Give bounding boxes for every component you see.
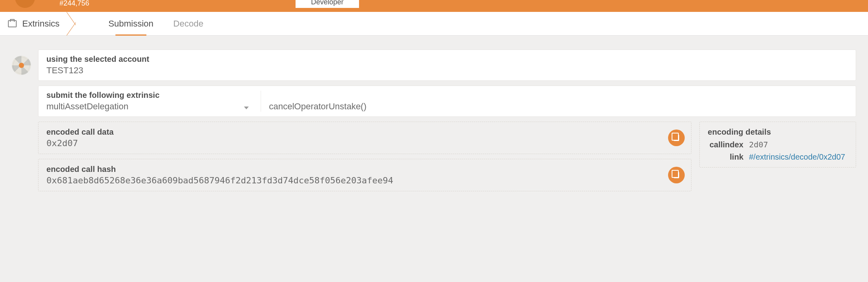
encoding-details-header: encoding details xyxy=(708,128,848,137)
extrinsics-icon xyxy=(8,20,17,27)
pallet-value: multiAssetDelegation xyxy=(46,101,253,112)
content-area: using the selected account TEST123 submi… xyxy=(0,36,868,191)
breadcrumb-separator xyxy=(67,12,88,36)
callindex-label: callindex xyxy=(708,140,743,149)
copy-call-hash-button[interactable] xyxy=(668,167,685,183)
call-hash-label: encoded call hash xyxy=(46,165,683,174)
account-label: using the selected account xyxy=(46,55,848,64)
encoded-call-hash-panel: encoded call hash 0x681aeb8d65268e36e36a… xyxy=(38,159,691,191)
extrinsic-label: submit the following extrinsic xyxy=(46,91,253,100)
chain-logo xyxy=(15,0,35,8)
chevron-down-icon xyxy=(244,107,249,109)
section-title: Extrinsics xyxy=(22,19,60,29)
decode-link[interactable]: #/extrinsics/decode/0x2d07 xyxy=(749,152,845,162)
nav-tab-developer[interactable]: Developer xyxy=(296,0,359,8)
method-dropdown[interactable]: cancelOperatorUnstake() xyxy=(261,91,848,112)
encoding-details-panel: encoding details callindex 2d07 link #/e… xyxy=(699,122,856,168)
call-data-value: 0x2d07 xyxy=(46,138,683,148)
account-identicon[interactable] xyxy=(12,56,31,75)
top-nav-bar: #244,756 Developer xyxy=(0,0,868,12)
section-header: Extrinsics xyxy=(8,19,60,29)
copy-icon xyxy=(674,135,679,141)
callindex-value: 2d07 xyxy=(749,140,768,149)
sub-nav-bar: Extrinsics Submission Decode xyxy=(0,12,868,36)
encoded-call-data-panel: encoded call data 0x2d07 xyxy=(38,122,691,154)
link-label: link xyxy=(708,152,743,162)
pallet-dropdown[interactable]: submit the following extrinsic multiAsse… xyxy=(46,91,253,112)
copy-icon xyxy=(674,172,679,178)
account-selector[interactable]: using the selected account TEST123 xyxy=(38,50,856,81)
call-hash-value: 0x681aeb8d65268e36e36a609bad5687946f2d21… xyxy=(46,175,683,185)
call-data-label: encoded call data xyxy=(46,128,683,137)
tab-submission[interactable]: Submission xyxy=(108,12,154,35)
block-number: #244,756 xyxy=(60,0,89,8)
copy-call-data-button[interactable] xyxy=(668,130,685,146)
tab-decode[interactable]: Decode xyxy=(173,12,204,35)
account-value: TEST123 xyxy=(46,65,848,76)
extrinsic-selector: submit the following extrinsic multiAsse… xyxy=(38,86,856,117)
method-value: cancelOperatorUnstake() xyxy=(269,101,367,112)
